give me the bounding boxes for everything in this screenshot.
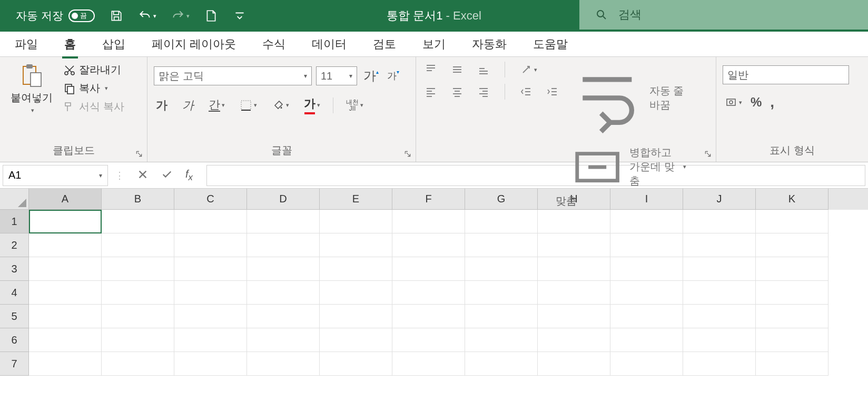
- cell[interactable]: [174, 257, 247, 281]
- cell[interactable]: [247, 281, 320, 305]
- cell[interactable]: [683, 233, 756, 257]
- cell[interactable]: [102, 257, 174, 281]
- cell[interactable]: [465, 305, 538, 328]
- name-box-handle[interactable]: ⋮: [111, 170, 129, 181]
- cell[interactable]: [538, 281, 610, 305]
- cell[interactable]: [320, 233, 392, 257]
- accounting-format-button[interactable]: ▾: [723, 94, 744, 111]
- redo-button[interactable]: ▾: [171, 9, 190, 23]
- cell[interactable]: [320, 352, 392, 376]
- column-header-d[interactable]: D: [247, 189, 320, 210]
- row-header-7[interactable]: 7: [0, 352, 29, 376]
- align-top-button[interactable]: [422, 61, 439, 78]
- column-header-b[interactable]: B: [102, 189, 174, 210]
- cell[interactable]: [174, 281, 247, 305]
- column-header-e[interactable]: E: [320, 189, 392, 210]
- cell[interactable]: [538, 305, 610, 328]
- cell[interactable]: [174, 233, 247, 257]
- clipboard-dialog-launcher[interactable]: [135, 150, 144, 159]
- cell[interactable]: [174, 305, 247, 328]
- cell[interactable]: [320, 210, 392, 233]
- customize-qat-button[interactable]: [233, 9, 246, 23]
- cell[interactable]: [102, 352, 174, 376]
- column-header-k[interactable]: K: [756, 189, 828, 210]
- cell[interactable]: [538, 210, 610, 233]
- merge-center-button[interactable]: 병합하고 가운데 맞춤 ▾: [570, 140, 686, 194]
- cell[interactable]: [756, 352, 828, 376]
- paste-button[interactable]: 붙여넣기 ▾: [6, 61, 57, 116]
- cell[interactable]: [247, 210, 320, 233]
- select-all-corner[interactable]: [0, 189, 29, 210]
- cell[interactable]: [683, 328, 756, 352]
- tab-automate[interactable]: 자동화: [469, 34, 510, 54]
- font-dialog-launcher[interactable]: [404, 150, 412, 159]
- cell[interactable]: [392, 233, 465, 257]
- tab-formulas[interactable]: 수식: [259, 34, 289, 54]
- alignment-dialog-launcher[interactable]: [704, 150, 713, 159]
- cell[interactable]: [756, 328, 828, 352]
- cancel-formula-button[interactable]: [137, 169, 149, 182]
- autosave-switch[interactable]: 끔: [68, 9, 95, 22]
- cell[interactable]: [247, 257, 320, 281]
- tab-file[interactable]: 파일: [12, 34, 41, 54]
- cell[interactable]: [320, 281, 392, 305]
- cell[interactable]: [538, 257, 610, 281]
- format-painter-button[interactable]: 서식 복사: [61, 98, 126, 115]
- align-bottom-button[interactable]: [475, 61, 492, 78]
- decrease-indent-button[interactable]: [518, 83, 535, 100]
- underline-button[interactable]: 간▾: [206, 97, 227, 114]
- cell[interactable]: [465, 257, 538, 281]
- percent-button[interactable]: %: [748, 93, 764, 112]
- cell[interactable]: [465, 233, 538, 257]
- cell[interactable]: [683, 257, 756, 281]
- comma-button[interactable]: ,: [768, 92, 776, 113]
- undo-button[interactable]: ▾: [138, 9, 156, 23]
- tab-home[interactable]: 홈: [61, 34, 79, 54]
- cell[interactable]: [465, 210, 538, 233]
- cell[interactable]: [392, 352, 465, 376]
- cell[interactable]: [102, 210, 174, 233]
- align-center-button[interactable]: [449, 83, 466, 100]
- border-button[interactable]: ▾: [238, 97, 259, 114]
- font-color-button[interactable]: 가 ▾: [302, 94, 322, 116]
- cell[interactable]: [174, 210, 247, 233]
- cell[interactable]: [392, 305, 465, 328]
- cell[interactable]: [683, 210, 756, 233]
- cell[interactable]: [29, 233, 102, 257]
- cell[interactable]: [102, 233, 174, 257]
- cell[interactable]: [247, 233, 320, 257]
- cell[interactable]: [29, 281, 102, 305]
- phonetic-guide-button[interactable]: 내천 JII ▾: [344, 97, 366, 114]
- cell[interactable]: [538, 352, 610, 376]
- align-left-button[interactable]: [422, 83, 439, 100]
- cell[interactable]: [247, 305, 320, 328]
- cell[interactable]: [392, 210, 465, 233]
- insert-function-button[interactable]: fx: [185, 168, 193, 183]
- row-header-2[interactable]: 2: [0, 233, 29, 257]
- increase-indent-button[interactable]: [544, 83, 561, 100]
- cell[interactable]: [29, 305, 102, 328]
- align-right-button[interactable]: [475, 83, 492, 100]
- increase-font-button[interactable]: 가▴: [361, 65, 381, 86]
- cut-button[interactable]: 잘라내기: [61, 61, 126, 79]
- row-header-3[interactable]: 3: [0, 257, 29, 281]
- save-button[interactable]: [110, 9, 123, 23]
- tab-insert[interactable]: 삽입: [99, 34, 129, 54]
- tab-review[interactable]: 검토: [370, 34, 399, 54]
- cell[interactable]: [320, 257, 392, 281]
- cell[interactable]: [683, 281, 756, 305]
- tab-page-layout[interactable]: 페이지 레이아웃: [149, 34, 239, 54]
- cell[interactable]: [102, 328, 174, 352]
- column-header-c[interactable]: C: [174, 189, 247, 210]
- cell[interactable]: [247, 352, 320, 376]
- cell[interactable]: [756, 257, 828, 281]
- row-header-4[interactable]: 4: [0, 281, 29, 305]
- font-size-combo[interactable]: 11 ▾: [316, 66, 357, 85]
- row-header-6[interactable]: 6: [0, 328, 29, 352]
- cell[interactable]: [465, 352, 538, 376]
- cell[interactable]: [610, 281, 683, 305]
- number-format-combo[interactable]: 일반: [723, 65, 849, 84]
- cell[interactable]: [174, 328, 247, 352]
- cell[interactable]: [610, 233, 683, 257]
- cell[interactable]: [465, 281, 538, 305]
